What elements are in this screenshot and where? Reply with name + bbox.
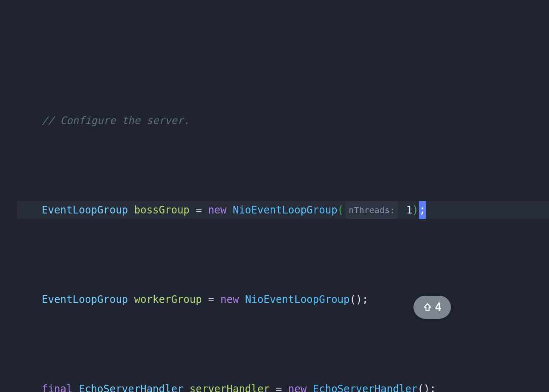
code-line[interactable]: final EchoServerHandler serverHandler = …: [17, 380, 549, 392]
code-line[interactable]: // Configure the server.: [17, 112, 549, 130]
inlay-hint: nThreads:: [345, 201, 398, 219]
comment: // Configure the server.: [42, 115, 190, 127]
code-editor[interactable]: // Configure the server. EventLoopGroup …: [0, 0, 549, 392]
author-count-label: 4: [435, 298, 442, 316]
cursor: ;: [419, 201, 426, 219]
shift-arrow-icon: [423, 303, 432, 312]
code-line[interactable]: EventLoopGroup bossGroup = new NioEventL…: [17, 201, 549, 219]
code-line[interactable]: EventLoopGroup workerGroup = new NioEven…: [17, 291, 549, 308]
author-count-pill[interactable]: 4: [413, 296, 451, 319]
